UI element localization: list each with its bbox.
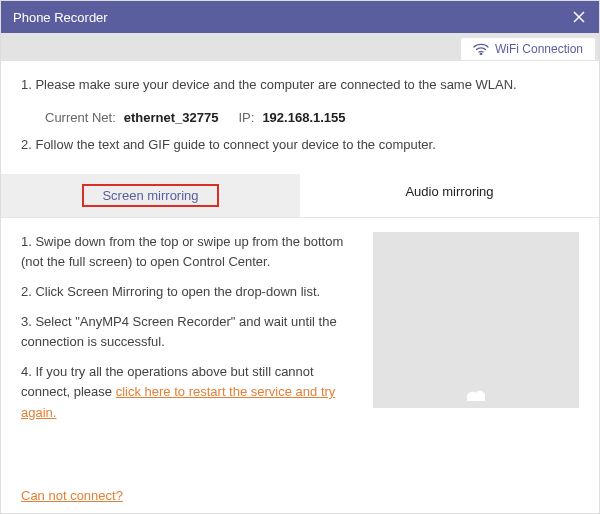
- wifi-icon: [473, 43, 489, 55]
- tab-screen-mirroring-label: Screen mirroring: [82, 184, 218, 207]
- guide-panel: 1. Swipe down from the top or swipe up f…: [21, 218, 579, 447]
- instruction-step2: 2. Follow the text and GIF guide to conn…: [21, 135, 579, 156]
- wifi-connection-label: WiFi Connection: [495, 42, 583, 56]
- gif-guide-placeholder: [373, 232, 579, 408]
- wifi-connection-tab[interactable]: WiFi Connection: [461, 38, 595, 60]
- window-title: Phone Recorder: [13, 10, 108, 25]
- close-icon: [572, 10, 586, 24]
- instruction-step1: 1. Please make sure your device and the …: [21, 75, 579, 96]
- guide-step-4: 4. If you try all the operations above b…: [21, 362, 361, 422]
- connection-mode-bar: WiFi Connection: [1, 33, 599, 61]
- guide-step-1: 1. Swipe down from the top or swipe up f…: [21, 232, 361, 272]
- mirroring-tabs: Screen mirroring Audio mirroring: [1, 174, 599, 218]
- tab-audio-mirroring-label: Audio mirroring: [405, 184, 493, 199]
- content-area: 1. Please make sure your device and the …: [1, 61, 599, 513]
- ip-label: IP:: [238, 110, 254, 125]
- cannot-connect-link[interactable]: Can not connect?: [21, 488, 123, 503]
- steps-list: 1. Swipe down from the top or swipe up f…: [21, 232, 361, 433]
- current-net-value: ethernet_32775: [124, 110, 219, 125]
- tab-screen-mirroring[interactable]: Screen mirroring: [1, 174, 300, 217]
- tab-audio-mirroring[interactable]: Audio mirroring: [300, 174, 599, 217]
- footer: Can not connect?: [21, 480, 579, 503]
- guide-step-3: 3. Select "AnyMP4 Screen Recorder" and w…: [21, 312, 361, 352]
- guide-step-2: 2. Click Screen Mirroring to open the dr…: [21, 282, 361, 302]
- close-button[interactable]: [569, 7, 589, 27]
- titlebar: Phone Recorder: [1, 1, 599, 33]
- current-net-label: Current Net:: [45, 110, 116, 125]
- network-info-row: Current Net: ethernet_32775 IP: 192.168.…: [21, 110, 579, 125]
- ip-value: 192.168.1.155: [262, 110, 345, 125]
- svg-point-2: [480, 53, 482, 55]
- phone-recorder-window: Phone Recorder WiFi Connection 1. Please…: [0, 0, 600, 514]
- cursor-icon: [465, 383, 487, 404]
